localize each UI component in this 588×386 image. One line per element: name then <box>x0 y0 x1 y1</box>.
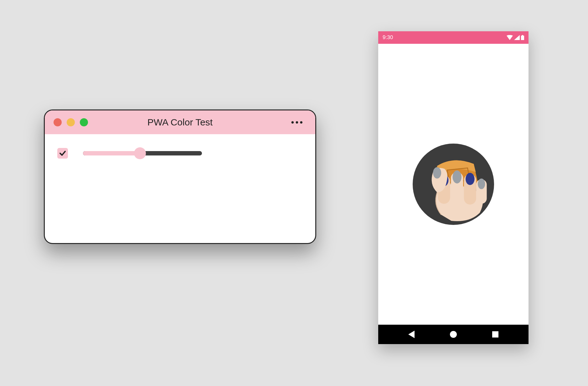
nav-recent-button[interactable] <box>492 331 498 338</box>
desktop-pwa-window: PWA Color Test ••• <box>44 109 316 244</box>
android-nav-bar <box>378 325 529 344</box>
status-icons <box>507 35 524 40</box>
nav-home-button[interactable] <box>450 331 457 338</box>
signal-icon <box>514 35 520 40</box>
svg-rect-1 <box>522 35 523 36</box>
window-body <box>45 134 315 172</box>
nav-back-button[interactable] <box>408 331 415 338</box>
svg-point-10 <box>433 167 441 178</box>
slider-thumb[interactable] <box>134 147 146 159</box>
close-button[interactable] <box>54 118 62 126</box>
traffic-lights <box>54 118 88 126</box>
splash-screen <box>378 44 529 325</box>
minimize-button[interactable] <box>67 118 75 126</box>
phone-mockup: 9:30 <box>378 31 529 344</box>
slider-fill <box>83 151 140 155</box>
accent-slider[interactable] <box>83 148 202 159</box>
check-icon <box>59 150 66 157</box>
splash-app-icon <box>413 144 494 225</box>
svg-point-7 <box>452 170 462 184</box>
battery-icon <box>521 35 524 40</box>
maximize-button[interactable] <box>80 118 88 126</box>
window-titlebar: PWA Color Test ••• <box>45 110 315 134</box>
svg-point-8 <box>466 173 475 185</box>
status-bar: 9:30 <box>378 31 529 44</box>
svg-point-9 <box>478 179 485 189</box>
accent-checkbox[interactable] <box>57 148 68 159</box>
hand-crushing-icon <box>413 144 494 225</box>
status-time: 9:30 <box>383 34 393 41</box>
more-horizontal-icon[interactable]: ••• <box>291 117 304 127</box>
wifi-icon <box>507 35 513 40</box>
svg-rect-0 <box>521 36 524 40</box>
